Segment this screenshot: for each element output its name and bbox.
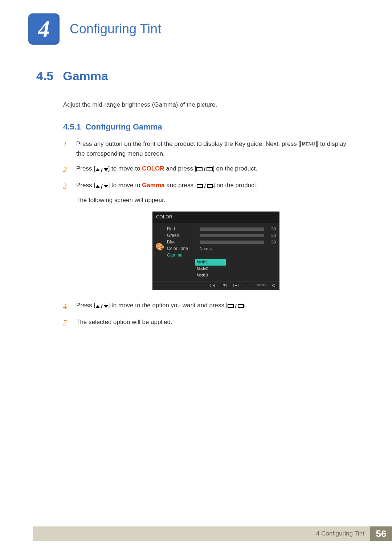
page-header: 4 Configuring Tint xyxy=(0,0,392,47)
osd-value: 50 xyxy=(268,226,276,233)
osd-value: 50 xyxy=(268,239,276,246)
osd-navbar: ↵ AUTO xyxy=(152,282,279,288)
up-down-arrows-icon: / xyxy=(95,182,108,192)
enter-source-icon: / xyxy=(197,181,213,191)
section-description: Adjust the mid-range brightness (Gamma) … xyxy=(63,101,356,108)
osd-label: Blue xyxy=(167,239,193,246)
keyword-gamma: Gamma xyxy=(142,182,164,189)
step-1: 1 Press any button on the front of the p… xyxy=(63,139,356,159)
enter-source-icon: / xyxy=(196,164,213,174)
text: ] to move to xyxy=(108,182,142,189)
osd-row-green: Green: 50 xyxy=(167,232,276,239)
step-text: Press [/] to move to the option you want… xyxy=(76,300,356,312)
text: Press [ xyxy=(76,302,95,309)
text: Press any button on the front of the pro… xyxy=(76,140,300,147)
section-heading: 4.5 Gamma xyxy=(36,69,356,83)
text: ] to move to xyxy=(108,165,142,172)
chapter-badge: 4 xyxy=(28,13,60,45)
step-text: Press [/] to move to Gamma and press [/]… xyxy=(76,180,356,295)
osd-value: Normal xyxy=(200,246,212,252)
osd-row-tone: Color Tone: Normal xyxy=(167,245,276,252)
chapter-title: Configuring Tint xyxy=(70,21,161,37)
step-note: The following screen will appear. xyxy=(76,195,356,205)
step-number: 1 xyxy=(63,139,70,159)
menu-key-icon: MENU xyxy=(300,141,317,147)
footer-label: 4 Configuring Tint xyxy=(33,526,370,541)
osd-label: Red xyxy=(167,226,193,233)
nav-auto: AUTO xyxy=(257,283,266,288)
up-down-arrows-icon: / xyxy=(95,165,108,175)
step-text: The selected option will be applied. xyxy=(76,317,356,329)
power-icon xyxy=(272,284,275,287)
nav-down-icon xyxy=(222,284,227,287)
text: ] to move to the option you want and pre… xyxy=(108,302,228,309)
text: Press [ xyxy=(76,182,95,189)
section-title: Gamma xyxy=(63,69,108,83)
content: 4.5 Gamma Adjust the mid-range brightnes… xyxy=(0,47,392,329)
nav-enter-icon: ↵ xyxy=(245,284,250,287)
palette-icon: 🎨 xyxy=(155,226,167,279)
steps-list: 1 Press any button on the front of the p… xyxy=(63,139,356,329)
osd-row-blue: Blue: 50 xyxy=(167,239,276,245)
osd-option: Mode3 xyxy=(195,272,226,279)
osd-screenshot: COLOR 🎨 Red: 50 Green: xyxy=(76,212,356,290)
step-2: 2 Press [/] to move to COLOR and press [… xyxy=(63,164,356,175)
subsection-number: 4.5.1 xyxy=(63,122,81,131)
osd-label: Color Tone xyxy=(167,245,193,252)
text: ] on the product. xyxy=(213,182,258,189)
step-text: Press [/] to move to COLOR and press [/]… xyxy=(76,164,356,175)
step-4: 4 Press [/] to move to the option you wa… xyxy=(63,300,356,312)
nav-up-icon xyxy=(233,284,238,287)
text: and press [ xyxy=(164,165,197,172)
section-number: 4.5 xyxy=(36,69,53,83)
text: and press [ xyxy=(165,182,197,189)
osd-panel: COLOR 🎨 Red: 50 Green: xyxy=(152,212,279,290)
osd-label-selected: Gamma xyxy=(167,252,193,259)
osd-option-selected: Mode1 xyxy=(195,259,226,266)
enter-source-icon: / xyxy=(228,301,244,311)
subsection-heading: 4.5.1 Configuring Gamma xyxy=(63,122,356,132)
text: Press [ xyxy=(76,165,95,172)
step-number: 5 xyxy=(63,317,70,329)
osd-options: Mode1 Mode2 Mode3 xyxy=(195,259,226,279)
up-down-arrows-icon: / xyxy=(95,301,108,311)
osd-row-red: Red: 50 xyxy=(167,226,276,232)
step-number: 3 xyxy=(63,180,70,295)
keyword-color: COLOR xyxy=(142,165,164,172)
subsection-title: Configuring Gamma xyxy=(85,122,162,131)
step-number: 2 xyxy=(63,164,70,175)
page-footer: 4 Configuring Tint 56 xyxy=(33,526,392,541)
osd-title: COLOR xyxy=(152,212,279,223)
osd-option: Mode2 xyxy=(195,266,226,272)
page-number: 56 xyxy=(370,526,392,541)
osd-row-gamma: Gamma: xyxy=(167,252,276,258)
osd-value: 50 xyxy=(268,233,276,239)
step-text: Press any button on the front of the pro… xyxy=(76,139,356,159)
nav-back-icon xyxy=(210,284,215,287)
step-3: 3 Press [/] to move to Gamma and press [… xyxy=(63,180,356,295)
step-number: 4 xyxy=(63,300,70,312)
text: ] on the product. xyxy=(213,165,257,172)
osd-label: Green xyxy=(167,232,193,239)
step-5: 5 The selected option will be applied. xyxy=(63,317,356,329)
